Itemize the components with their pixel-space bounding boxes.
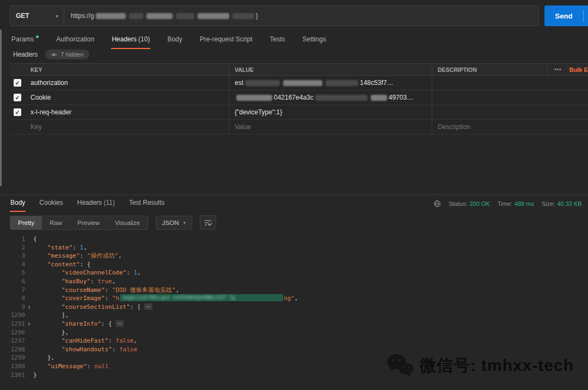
line-number: 7 [0,286,25,295]
postman-window: GET ▾ https://g} Send ▾ ParamsAuthorizat… [0,0,588,390]
text-fragment: https://g [71,12,94,20]
method-label: GET [16,12,29,20]
network-globe-icon[interactable] [433,200,441,208]
headers-table: KEY VALUE DESCRIPTION ••• Bulk Edit ✓aut… [10,63,588,135]
url-input[interactable]: https://g} [64,5,539,26]
column-value: VALUE [229,64,432,75]
redacted-text [198,13,229,19]
response-meta: Status:200 OK Time:488 ms Size:40.33 KB … [433,195,588,212]
code-line: 1290], [0,311,588,320]
code-line: 5"videoChannelCode": 1, [0,269,588,277]
hidden-headers-toggle[interactable]: 7 hidden [45,50,89,59]
row-checkbox[interactable]: ✓ [14,79,21,87]
fold-arrow-icon[interactable]: ❯ [25,303,33,312]
code-line: 7"courseName": "DDD 微服务落地实战", [0,286,588,295]
request-tabs: ParamsAuthorizationHeaders (10)BodyPre-r… [11,32,327,49]
bulk-edit-button[interactable]: Bulk Edit [569,66,588,73]
tab-settings[interactable]: Settings [302,32,327,49]
row-checkbox[interactable]: ✓ [14,108,21,116]
tab-count: (11) [103,199,114,206]
header-description[interactable] [432,90,547,105]
headers-table-body: ✓authorizationest148c53f7…✓Cookie042167e… [10,76,588,120]
watermark: 微信号: tmhxx-tech [385,353,574,378]
line-number: 1296 [0,328,25,337]
redacted-text [146,13,173,19]
header-row: ✓Cookie042167e4a3c49703… [10,90,588,105]
tab-authorization[interactable]: Authorization [56,32,95,49]
fold-gutter [25,243,33,252]
tab-body[interactable]: Body [167,32,182,49]
line-number: 1300 [0,362,25,371]
more-options-icon[interactable]: ••• [554,66,562,72]
format-dropdown[interactable]: JSON ▾ [156,216,192,230]
header-value[interactable]: {"deviceType":1} [229,105,432,119]
tab-headers[interactable]: Headers (10) [111,32,150,49]
header-row: ✓authorizationest148c53f7… [10,76,588,90]
code-line: 1297"canHideFast": false, [0,337,588,345]
key-placeholder[interactable]: Key [25,120,229,134]
line-number: 1291 [0,320,25,328]
response-tab-test-results[interactable]: Test Results [128,195,165,212]
code-line: 1296}, [0,328,588,337]
text-fragment: {"deviceType":1} [235,108,282,116]
tab-pre-request-script[interactable]: Pre-request Script [199,32,253,49]
description-placeholder[interactable]: Description [432,120,547,134]
header-description[interactable] [432,105,547,119]
time-value: 488 ms [514,200,534,207]
redacted-text [232,13,254,19]
line-number: 5 [0,269,25,277]
fold-arrow-icon[interactable]: ❯ [25,320,33,328]
size-value: 40.33 KB [557,200,581,207]
header-key[interactable]: x-l-req-header [25,105,229,119]
line-number: 8 [0,294,25,303]
time-label: Time: [498,200,512,207]
header-value[interactable]: 042167e4a3c49703… [229,90,432,105]
fold-gutter [25,235,33,243]
eye-icon [51,52,57,57]
view-tab-pretty[interactable]: Pretty [10,216,42,229]
collapsed-ellipsis[interactable]: ⋯ [115,320,124,327]
redacted-text [176,13,194,19]
text-fragment: 49703… [389,94,413,101]
placeholder-row: Key Value Description [10,120,588,135]
fold-gutter [25,354,33,362]
request-url-bar: GET ▾ https://g} Send ▾ [10,5,588,26]
left-scrollbar[interactable] [0,29,2,186]
tab-tests[interactable]: Tests [270,32,286,49]
view-tab-visualize[interactable]: Visualize [107,216,148,229]
header-key[interactable]: Cookie [25,90,229,105]
chevron-down-icon[interactable]: ▾ [584,13,588,19]
code-line: 4"content": { [0,260,588,269]
method-select[interactable]: GET ▾ [10,5,64,26]
view-tab-preview[interactable]: Preview [70,216,107,229]
response-tab-cookies[interactable]: Cookies [39,195,63,212]
value-placeholder[interactable]: Value [229,120,432,134]
header-row: ✓x-l-req-header{"deviceType":1} [10,105,588,120]
time-pair: Time:488 ms [498,200,534,207]
fold-gutter [25,328,33,337]
text-fragment: est [235,79,243,87]
view-tab-raw[interactable]: Raw [42,216,70,229]
response-tab-body[interactable]: Body [10,195,26,212]
redacted-text [236,95,272,101]
header-value[interactable]: est148c53f7… [229,76,432,90]
line-number: 4 [0,260,25,269]
send-button[interactable]: Send ▾ [544,5,588,26]
send-label: Send [544,12,583,20]
size-label: Size: [542,200,555,207]
wechat-icon [385,353,414,378]
collapsed-ellipsis[interactable]: ⋯ [144,303,152,310]
row-checkbox[interactable]: ✓ [14,94,21,101]
redacted-text [283,80,322,86]
tab-params[interactable]: Params [11,32,39,49]
view-mode-tabs: PrettyRawPreviewVisualize [10,216,148,230]
wrap-lines-button[interactable] [200,215,216,230]
response-tab-headers[interactable]: Headers (11) [77,195,115,212]
format-label: JSON [162,220,179,226]
fold-gutter [25,269,33,277]
hidden-headers-label: 7 hidden [60,51,83,58]
line-number: 1298 [0,345,25,354]
fold-gutter [25,277,33,286]
header-description[interactable] [432,76,547,90]
header-key[interactable]: authorization [25,76,229,90]
